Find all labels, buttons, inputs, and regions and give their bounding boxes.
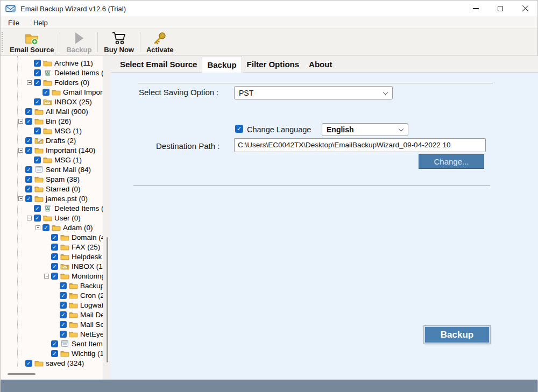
tree-checkbox[interactable]: ✓ bbox=[51, 263, 58, 270]
tree-checkbox[interactable]: ✓ bbox=[60, 292, 67, 299]
tree-item[interactable]: ✓All Mail (900) bbox=[1, 106, 103, 116]
tree-checkbox[interactable]: ✓ bbox=[51, 273, 58, 280]
tree-checkbox[interactable]: ✓ bbox=[51, 234, 58, 241]
change-language-checkbox[interactable]: ✓ bbox=[235, 125, 243, 133]
tree-checkbox[interactable]: ✓ bbox=[43, 224, 49, 231]
tree-item[interactable]: ✓Sent Items bbox=[1, 339, 103, 348]
tree-checkbox[interactable]: ✓ bbox=[51, 350, 58, 357]
tree-checkbox[interactable]: ✓ bbox=[25, 195, 32, 202]
toolbar-button-activate[interactable]: Activate bbox=[141, 29, 179, 55]
tree-item[interactable]: ✓Starred (0) bbox=[1, 184, 103, 194]
folder-icon bbox=[60, 243, 72, 251]
tree-checkbox[interactable]: ✓ bbox=[34, 205, 41, 212]
tree-vertical-scrollbar-thumb[interactable] bbox=[107, 237, 108, 362]
tree-item[interactable]: ✓Adam (0) bbox=[1, 223, 103, 232]
tree-item[interactable]: ✓Deleted Items (0 bbox=[1, 203, 103, 213]
minimize-icon bbox=[473, 8, 479, 9]
tree-item[interactable]: ✓Gmail Import i bbox=[1, 87, 103, 97]
change-path-button[interactable]: Change... bbox=[419, 154, 484, 169]
tree-checkbox[interactable]: ✓ bbox=[51, 253, 58, 260]
tree-item[interactable]: ✓MSG (1) bbox=[1, 155, 103, 165]
tree-collapse-icon[interactable] bbox=[18, 119, 23, 124]
tab-about[interactable]: About bbox=[304, 57, 337, 72]
tree-collapse-icon[interactable] bbox=[27, 216, 32, 220]
tree-item[interactable]: ✓Backup ( bbox=[1, 281, 103, 290]
tree-checkbox[interactable]: ✓ bbox=[34, 127, 41, 134]
tree-item[interactable]: ✓Logwatc bbox=[1, 300, 103, 310]
tree-collapse-icon[interactable] bbox=[27, 80, 32, 85]
tree-item[interactable]: ✓james.pst (0) bbox=[1, 194, 103, 203]
tree-checkbox[interactable]: ✓ bbox=[60, 311, 67, 318]
tree-collapse-icon[interactable] bbox=[18, 196, 23, 201]
tree-item[interactable]: ✓Folders (0) bbox=[1, 77, 103, 87]
saving-option-dropdown[interactable]: PST bbox=[234, 86, 393, 99]
tree-checkbox[interactable]: ✓ bbox=[25, 118, 32, 125]
tree-item[interactable]: ✓Wichtig (12 bbox=[1, 348, 103, 358]
maximize-button[interactable] bbox=[488, 1, 513, 17]
tree-checkbox[interactable]: ✓ bbox=[25, 108, 32, 115]
tree-item[interactable]: ✓Sent Mail (84) bbox=[1, 165, 103, 174]
tree-checkbox[interactable]: ✓ bbox=[60, 302, 67, 309]
tree-vertical-scrollbar[interactable] bbox=[103, 56, 111, 380]
tree-item[interactable]: ✓MSG (1) bbox=[1, 126, 103, 136]
tree-checkbox[interactable]: ✓ bbox=[34, 69, 41, 76]
title-bar: Email Backup Wizard v12.6 (Trial) bbox=[1, 1, 537, 17]
tree-item[interactable]: ✓Helpdesk ( bbox=[1, 252, 103, 261]
tree-item[interactable]: ✓Cron (21 bbox=[1, 290, 103, 300]
tree-checkbox[interactable]: ✓ bbox=[60, 321, 67, 328]
tree-item[interactable]: ✓Monitoring bbox=[1, 271, 103, 281]
tree-collapse-icon[interactable] bbox=[18, 148, 23, 153]
toolbar-button-buy-now[interactable]: Buy Now bbox=[99, 29, 139, 55]
close-button[interactable] bbox=[513, 1, 537, 17]
tab-filter-options[interactable]: Filter Options bbox=[242, 57, 305, 72]
tree-item[interactable]: ✓saved (324) bbox=[1, 358, 103, 368]
language-dropdown[interactable]: English bbox=[322, 123, 408, 136]
tree-item[interactable]: ✓Domain (4) bbox=[1, 232, 103, 242]
tree-checkbox[interactable]: ✓ bbox=[25, 166, 32, 173]
minimize-button[interactable] bbox=[463, 1, 488, 17]
tree-checkbox[interactable]: ✓ bbox=[43, 89, 49, 96]
tree-item[interactable]: ✓Drafts (2) bbox=[1, 136, 103, 145]
destination-path-input[interactable]: C:\Users\EC0042TX\Desktop\EmailBackupWiz… bbox=[234, 138, 486, 152]
toolbar-button-email-source[interactable]: Email Source bbox=[5, 29, 59, 55]
backup-button[interactable]: Backup bbox=[424, 326, 490, 344]
tree-checkbox[interactable]: ✓ bbox=[51, 340, 58, 347]
menu-item-help[interactable]: Help bbox=[31, 18, 50, 28]
tree-checkbox[interactable]: ✓ bbox=[25, 186, 32, 193]
tree-checkbox[interactable]: ✓ bbox=[34, 60, 41, 67]
menu-item-file[interactable]: File bbox=[6, 18, 22, 28]
tree-item[interactable]: ✓NetEye ( bbox=[1, 329, 103, 339]
tree-item-label: Sent Items bbox=[72, 340, 103, 348]
tree-checkbox[interactable]: ✓ bbox=[25, 137, 32, 144]
tree-item[interactable]: ✓Mail Sca bbox=[1, 319, 103, 329]
tree-item[interactable]: ✓Important (140) bbox=[1, 145, 103, 155]
tree-collapse-icon[interactable] bbox=[36, 225, 40, 230]
tree-horizontal-scrollbar[interactable] bbox=[8, 373, 36, 375]
tree-item[interactable]: ✓Bin (26) bbox=[1, 116, 103, 126]
tree-checkbox[interactable]: ✓ bbox=[34, 215, 41, 222]
tree-item[interactable]: ✓INBOX (18) bbox=[1, 261, 103, 271]
tree-checkbox[interactable]: ✓ bbox=[34, 79, 41, 86]
tab-select-email-source[interactable]: Select Email Source bbox=[115, 57, 202, 72]
tree-checkbox[interactable]: ✓ bbox=[60, 331, 67, 338]
tree-checkbox[interactable]: ✓ bbox=[34, 156, 41, 163]
folder-icon bbox=[34, 195, 46, 202]
tree-item[interactable]: ✓User (0) bbox=[1, 213, 103, 223]
tree-item[interactable]: ✓FAX (25) bbox=[1, 242, 103, 252]
tree-item[interactable]: ✓Archive (11) bbox=[1, 58, 103, 68]
tree-item[interactable]: ✓Mail Del bbox=[1, 310, 103, 319]
tree-item[interactable]: ✓Spam (38) bbox=[1, 174, 103, 184]
tree-checkbox[interactable]: ✓ bbox=[51, 244, 58, 251]
tree-item[interactable]: ✓INBOX (25) bbox=[1, 97, 103, 106]
separator-bottom bbox=[133, 186, 490, 186]
tree-checkbox[interactable]: ✓ bbox=[25, 147, 32, 154]
tree-checkbox[interactable]: ✓ bbox=[25, 360, 32, 367]
tree-item-label: Logwatc bbox=[80, 301, 103, 309]
tab-backup[interactable]: Backup bbox=[202, 56, 242, 73]
tree-collapse-icon[interactable] bbox=[44, 274, 49, 279]
drafts-icon bbox=[34, 137, 46, 144]
tree-checkbox[interactable]: ✓ bbox=[25, 176, 32, 183]
tree-item[interactable]: ✓Deleted Items (0 bbox=[1, 68, 103, 77]
tree-checkbox[interactable]: ✓ bbox=[60, 282, 67, 289]
tree-checkbox[interactable]: ✓ bbox=[34, 98, 41, 105]
